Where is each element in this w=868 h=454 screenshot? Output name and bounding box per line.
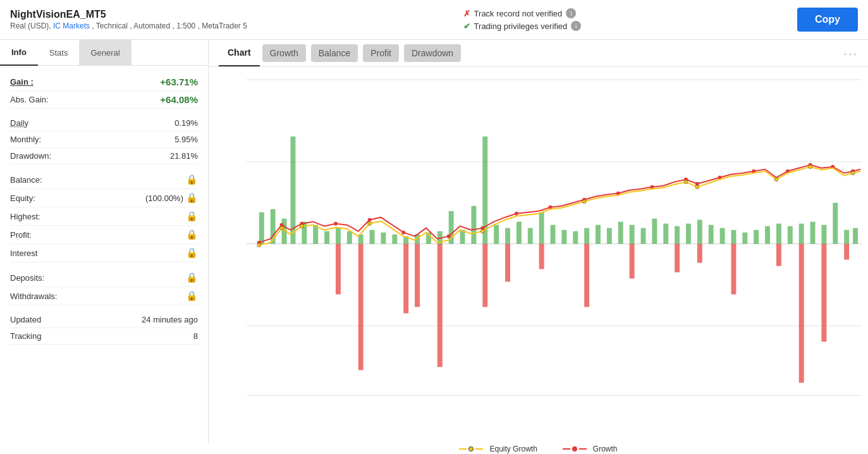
tab-info[interactable]: Info (0, 40, 38, 66)
svg-rect-65 (358, 244, 364, 371)
svg-rect-74 (675, 244, 680, 273)
svg-rect-56 (776, 224, 781, 244)
metric-label-interest: Interest (10, 248, 37, 258)
svg-point-105 (368, 222, 372, 226)
lock-icon-highest: 🔒 (186, 211, 198, 222)
metric-value-gain: +63.71% (160, 77, 198, 87)
metric-label-profit: Profit: (10, 230, 32, 240)
chart-legend: Equity Growth Growth (209, 439, 868, 454)
metric-label-daily: Daily (10, 118, 28, 128)
track-record-verification: ✗ Track record not verified i (463, 8, 582, 18)
svg-rect-70 (505, 244, 510, 282)
metric-tracking: Tracking 8 (10, 328, 198, 345)
tab-growth[interactable]: Growth (262, 44, 306, 62)
lock-icon-interest: 🔒 (186, 247, 198, 259)
chart-area: Chart Growth Balance Profit Drawdown ···… (209, 40, 868, 443)
track-record-info-icon[interactable]: i (566, 8, 576, 18)
copy-button[interactable]: Copy (797, 8, 858, 32)
metric-value-drawdown: 21.81% (170, 151, 198, 161)
metric-updated: Updated 24 minutes ago (10, 312, 198, 328)
trading-privileges-verification: ✔ Trading privileges verified i (463, 21, 582, 31)
legend-equity-growth: Equity Growth (459, 445, 537, 453)
metric-label-tracking: Tracking (10, 331, 41, 341)
svg-rect-34 (528, 228, 533, 244)
svg-rect-22 (392, 235, 397, 244)
svg-rect-64 (336, 244, 341, 295)
svg-rect-33 (517, 222, 522, 244)
x-icon: ✗ (463, 9, 470, 18)
svg-rect-43 (630, 225, 635, 244)
svg-rect-35 (539, 212, 544, 244)
metric-label-monthly: Monthly: (10, 135, 41, 144)
tab-drawdown[interactable]: Drawdown (404, 44, 461, 62)
metric-label-updated: Updated (10, 315, 41, 324)
metric-profit: Profit: 🔒 (10, 226, 198, 244)
svg-point-87 (447, 235, 451, 238)
header-left: NightVisionEA_MT5 Real (USD), IC Markets… (10, 9, 247, 30)
tab-balance[interactable]: Balance (311, 44, 358, 62)
tab-stats[interactable]: Stats (38, 40, 80, 65)
tab-general[interactable]: General (79, 40, 131, 65)
tab-profit[interactable]: Profit (363, 44, 399, 62)
lock-icon-withdrawals: 🔒 (186, 290, 198, 302)
metric-monthly: Monthly: 5.95% (10, 132, 198, 148)
svg-point-108 (684, 180, 688, 184)
header: NightVisionEA_MT5 Real (USD), IC Markets… (0, 0, 868, 40)
chart-svg: 100% 50% 0% -50% -100% (247, 73, 862, 402)
svg-point-103 (280, 226, 284, 230)
svg-rect-20 (370, 230, 375, 244)
metric-value-daily: 0.19% (174, 118, 198, 128)
metric-value-updated: 24 minutes ago (142, 315, 198, 324)
chart-tabs: Chart Growth Balance Profit Drawdown ··· (209, 40, 868, 67)
svg-rect-52 (731, 230, 736, 244)
svg-point-109 (695, 185, 699, 189)
sidebar-tabs: Info Stats General (0, 40, 208, 66)
metric-gain: Gain : +63.71% (10, 73, 198, 91)
svg-rect-18 (347, 231, 352, 244)
svg-rect-16 (324, 231, 329, 244)
header-subtitle: Real (USD), IC Markets , Technical , Aut… (10, 21, 247, 30)
main-content: Info Stats General Gain : +63.71% Abs. G… (0, 40, 868, 443)
metric-value-monthly: 5.95% (174, 135, 198, 144)
svg-point-112 (851, 171, 855, 175)
svg-rect-46 (663, 224, 668, 244)
svg-rect-15 (313, 225, 318, 244)
trading-privileges-info-icon[interactable]: i (571, 21, 581, 31)
svg-rect-73 (630, 244, 635, 279)
svg-rect-48 (686, 224, 691, 244)
svg-point-107 (582, 200, 586, 204)
svg-rect-77 (776, 244, 781, 266)
svg-point-84 (334, 222, 338, 226)
svg-rect-50 (709, 225, 714, 244)
svg-rect-79 (821, 244, 826, 342)
svg-point-89 (515, 212, 518, 216)
metric-highest: Highest: 🔒 (10, 207, 198, 226)
svg-rect-39 (584, 228, 589, 244)
svg-rect-60 (821, 225, 826, 244)
svg-rect-32 (505, 228, 510, 244)
metric-label-abs-gain: Abs. Gain: (10, 95, 49, 104)
svg-rect-54 (754, 230, 759, 244)
svg-rect-55 (765, 226, 770, 244)
ic-markets-link[interactable]: IC Markets (53, 21, 90, 30)
svg-point-111 (809, 165, 812, 169)
sidebar-content: Gain : +63.71% Abs. Gain: +64.08% Daily … (0, 66, 208, 443)
metric-label-equity: Equity: (10, 193, 35, 203)
metric-abs-gain: Abs. Gain: +64.08% (10, 91, 198, 109)
svg-rect-53 (742, 233, 747, 244)
svg-rect-80 (844, 244, 849, 260)
check-icon: ✔ (463, 21, 470, 31)
metric-daily: Daily 0.19% (10, 115, 198, 132)
lock-icon-balance: 🔒 (186, 174, 198, 185)
svg-rect-72 (584, 244, 589, 307)
chart-more-icon[interactable]: ··· (843, 46, 858, 61)
svg-point-85 (368, 218, 372, 222)
metric-label-deposits: Deposits: (10, 273, 44, 283)
metric-withdrawals: Withdrawals: 🔒 (10, 287, 198, 305)
metric-value-tracking: 8 (193, 331, 198, 341)
tab-chart[interactable]: Chart (219, 40, 260, 66)
metric-label-withdrawals: Withdrawals: (10, 291, 57, 301)
svg-rect-69 (482, 244, 487, 307)
svg-point-106 (480, 230, 484, 233)
legend-growth-label: Growth (593, 445, 618, 453)
